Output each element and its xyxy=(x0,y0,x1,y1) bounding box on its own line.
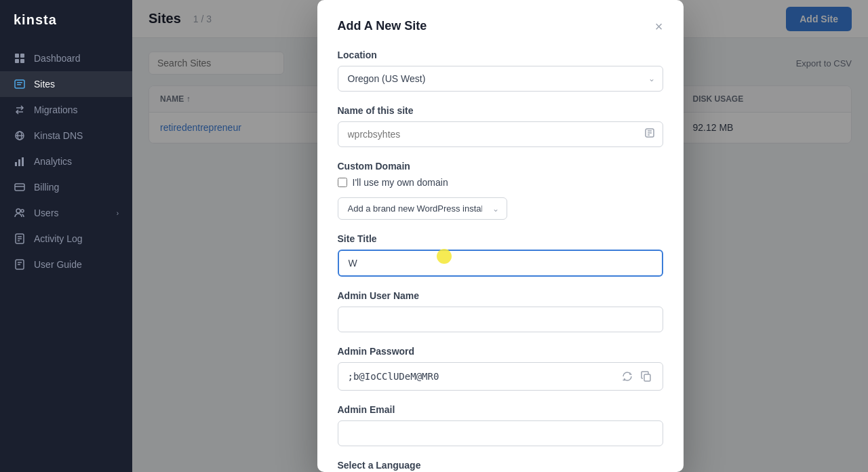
admin-password-value: ;b@IoCClUDeM@MR0 xyxy=(348,371,612,382)
sidebar-item-analytics[interactable]: Analytics xyxy=(0,149,132,174)
svg-rect-13 xyxy=(15,184,24,191)
sidebar-item-migrations[interactable]: Migrations xyxy=(0,97,132,123)
own-domain-checkbox-label: I'll use my own domain xyxy=(353,177,448,188)
sidebar-item-sites[interactable]: Sites xyxy=(0,71,132,97)
svg-rect-10 xyxy=(15,162,17,166)
analytics-icon xyxy=(14,155,26,168)
sidebar-item-kinsta-dns[interactable]: Kinsta DNS xyxy=(0,123,132,149)
admin-email-input[interactable] xyxy=(338,420,663,446)
location-select-wrapper: Oregon (US West) ⌄ xyxy=(338,66,663,92)
custom-domain-group: Custom Domain I'll use my own domain Add… xyxy=(338,161,663,220)
activity-log-icon xyxy=(14,233,26,245)
admin-email-group: Admin Email xyxy=(338,404,663,446)
sidebar-item-billing[interactable]: Billing xyxy=(0,174,132,200)
sidebar-item-label-dashboard: Dashboard xyxy=(34,53,81,64)
admin-email-label: Admin Email xyxy=(338,404,663,415)
chevron-icon: › xyxy=(117,210,119,217)
svg-rect-11 xyxy=(18,159,20,166)
admin-username-group: Admin User Name xyxy=(338,290,663,332)
admin-password-label: Admin Password xyxy=(338,346,663,357)
svg-rect-3 xyxy=(20,59,24,63)
site-name-group: Name of this site xyxy=(338,105,663,147)
add-site-modal: Add A New Site × Location Oregon (US Wes… xyxy=(317,0,684,472)
site-title-input[interactable] xyxy=(338,250,663,277)
admin-username-input[interactable] xyxy=(338,307,663,332)
own-domain-row: I'll use my own domain xyxy=(338,177,663,188)
regenerate-password-button[interactable] xyxy=(620,370,634,383)
location-select[interactable]: Oregon (US West) xyxy=(338,66,663,92)
location-group: Location Oregon (US West) ⌄ xyxy=(338,50,663,92)
sidebar-item-label-dns: Kinsta DNS xyxy=(34,130,83,141)
sidebar-item-dashboard[interactable]: Dashboard xyxy=(0,45,132,71)
svg-rect-5 xyxy=(17,82,22,83)
site-title-group: Site Title xyxy=(338,233,663,277)
site-name-icon xyxy=(644,127,655,141)
svg-point-16 xyxy=(21,210,24,212)
wp-install-wrapper: Add a brand new WordPress install ⌄ xyxy=(338,197,507,220)
svg-rect-0 xyxy=(15,54,19,58)
wp-install-select[interactable]: Add a brand new WordPress install xyxy=(338,197,507,220)
admin-password-row: ;b@IoCClUDeM@MR0 xyxy=(338,362,663,391)
kinsta-dns-icon xyxy=(14,130,26,142)
svg-rect-28 xyxy=(644,374,650,381)
site-name-input-wrapper xyxy=(338,121,663,147)
site-name-label: Name of this site xyxy=(338,105,663,116)
sidebar-item-users[interactable]: Users › xyxy=(0,200,132,226)
logo-text: kinsta xyxy=(14,12,57,28)
sidebar-item-label-billing: Billing xyxy=(34,182,59,193)
user-guide-icon xyxy=(14,258,26,271)
sidebar-item-activity-log[interactable]: Activity Log xyxy=(0,226,132,252)
users-icon xyxy=(14,207,26,219)
admin-username-label: Admin User Name xyxy=(338,290,663,301)
own-domain-checkbox[interactable] xyxy=(338,178,347,187)
modal-close-button[interactable]: × xyxy=(655,20,663,33)
site-title-label: Site Title xyxy=(338,233,663,244)
modal-overlay: Add A New Site × Location Oregon (US Wes… xyxy=(132,0,868,472)
svg-point-15 xyxy=(16,209,20,213)
admin-password-group: Admin Password ;b@IoCClUDeM@MR0 xyxy=(338,346,663,391)
modal-header: Add A New Site × xyxy=(338,19,663,33)
sidebar-item-label-sites: Sites xyxy=(34,79,55,90)
location-label: Location xyxy=(338,50,663,60)
language-group: Select a Language English (US) ⌄ xyxy=(338,460,663,472)
site-name-input[interactable] xyxy=(338,121,663,147)
sites-icon xyxy=(14,78,26,90)
language-label: Select a Language xyxy=(338,460,663,471)
main-content: Sites 1 / 3 Add Site Export to CSV NAME … xyxy=(132,0,868,472)
svg-rect-6 xyxy=(17,84,21,85)
dashboard-icon xyxy=(14,52,26,64)
sidebar-item-label-user-guide: User Guide xyxy=(34,259,82,270)
billing-icon xyxy=(14,181,26,193)
svg-rect-12 xyxy=(22,157,24,166)
sidebar-item-label-analytics: Analytics xyxy=(34,156,72,167)
copy-password-button[interactable] xyxy=(639,370,653,383)
migrations-icon xyxy=(14,104,26,116)
sidebar-item-user-guide[interactable]: User Guide xyxy=(0,252,132,277)
sidebar: kinsta Dashboard Sites Migrations Kinsta… xyxy=(0,0,132,472)
svg-rect-1 xyxy=(20,54,24,58)
svg-rect-2 xyxy=(15,59,19,63)
password-actions xyxy=(620,370,653,383)
logo: kinsta xyxy=(0,0,132,40)
sidebar-item-label-migrations: Migrations xyxy=(34,104,78,115)
sidebar-item-label-users: Users xyxy=(34,208,59,218)
custom-domain-label: Custom Domain xyxy=(338,161,663,172)
sidebar-item-label-activity-log: Activity Log xyxy=(34,233,83,244)
sidebar-nav: Dashboard Sites Migrations Kinsta DNS An… xyxy=(0,40,132,472)
modal-title: Add A New Site xyxy=(338,19,427,33)
